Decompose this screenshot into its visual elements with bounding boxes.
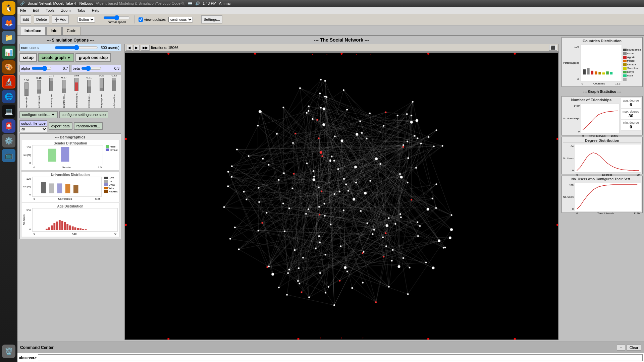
svg-rect-8: [48, 227, 50, 230]
gender-chart: Gender Distribpution 100 src.(%) 0: [21, 140, 119, 171]
vslider-interest-weight: 0.51 interest-wei...: [83, 76, 95, 108]
svg-rect-5: [65, 184, 70, 193]
dock-icon-network[interactable]: 🌐: [2, 90, 15, 103]
num-users-row: num-users 500 user(s): [19, 44, 121, 51]
keyboard-icon: ⌨️: [188, 1, 193, 6]
svg-rect-22: [85, 229, 87, 230]
dock-icon-trash[interactable]: 🗑️: [2, 345, 15, 358]
dock-icon-draw[interactable]: 🎨: [2, 60, 15, 74]
vslider-country-weight: 0.27 country-wei...: [58, 76, 70, 108]
univ-legend: UCT UP UWC Wits Rhodes: [104, 177, 118, 200]
observer-input[interactable]: [38, 354, 643, 361]
vslider-univ-weight: 0.75 university-wei...: [46, 74, 57, 108]
svg-rect-16: [69, 225, 71, 230]
toolbar: Edit Delete ➕ Add Button normal speed vi…: [17, 14, 644, 25]
svg-rect-0: [48, 149, 56, 162]
svg-rect-2: [41, 182, 46, 193]
dock-icon-browser[interactable]: 🦊: [2, 16, 15, 29]
output-file-type-select[interactable]: all: [19, 126, 47, 132]
svg-rect-7: [46, 229, 48, 230]
toolbar-separator2: [99, 15, 99, 23]
svg-rect-19: [77, 228, 79, 230]
svg-rect-21: [82, 229, 84, 230]
vslider-gender-weight: 0.15 gender-wei...: [33, 76, 45, 108]
minimize-cmd-button[interactable]: −: [617, 345, 625, 351]
edit-button[interactable]: Edit: [20, 15, 31, 23]
max-degree-box: max. degree 30: [621, 109, 641, 119]
svg-rect-3: [49, 183, 54, 193]
net-back-button[interactable]: ◀: [126, 45, 132, 51]
menubar: File Edit Tools Zoom Tabs Help: [17, 7, 644, 14]
svg-rect-6: [73, 185, 78, 193]
net-fwd-button[interactable]: ▶▶: [141, 45, 150, 51]
speed-label: normal speed: [108, 20, 126, 24]
svg-rect-4: [57, 183, 62, 193]
graph-step-button[interactable]: graph one step: [75, 53, 111, 62]
friendships-box: Number of Friendships 1450 No. Friendshi…: [561, 96, 643, 135]
menu-tools[interactable]: Tools: [45, 8, 56, 13]
beta-label: beta: [73, 66, 80, 70]
menu-file[interactable]: File: [19, 8, 28, 13]
svg-rect-24: [587, 68, 590, 74]
svg-rect-1: [61, 147, 69, 162]
degree-dist-svg: [575, 144, 641, 173]
menu-tabs[interactable]: Tabs: [76, 8, 87, 13]
dock-icon-settings[interactable]: ⚙️: [2, 134, 15, 147]
univ-svg: [32, 177, 102, 197]
menu-edit[interactable]: Edit: [32, 8, 41, 13]
setup-button[interactable]: setup: [19, 53, 37, 62]
menu-help[interactable]: Help: [91, 8, 101, 13]
export-data-button[interactable]: export data: [49, 122, 72, 130]
tab-info[interactable]: Info: [46, 27, 62, 35]
output-file-type-row: output-file-type all export data random-…: [19, 120, 121, 132]
random-settings-button[interactable]: random-setti...: [74, 122, 103, 130]
dock-icon-mail[interactable]: 📮: [2, 119, 15, 133]
tab-interface[interactable]: Interface: [20, 27, 46, 35]
speed-slider[interactable]: [103, 15, 130, 20]
users-config-svg: [575, 183, 641, 211]
output-file-type-label: output-file-type: [19, 120, 47, 126]
svg-rect-27: [598, 72, 601, 75]
dock-icon-system[interactable]: 🐧: [2, 1, 15, 15]
beta-slider[interactable]: [81, 66, 101, 71]
reset-button[interactable]: ⬛: [549, 45, 557, 51]
gender-chart-title: Gender Distribpution: [23, 141, 118, 145]
svg-rect-12: [59, 220, 61, 230]
num-users-slider[interactable]: [55, 45, 98, 50]
net-play-button[interactable]: ▶: [133, 45, 140, 51]
svg-rect-9: [51, 225, 53, 230]
delete-button[interactable]: Delete: [34, 15, 49, 23]
dock-icon-spreadsheet[interactable]: 📊: [2, 46, 15, 59]
configure-settings-button[interactable]: configure settin... ▼: [19, 111, 58, 118]
countries-distribution-box: Countries Distribution 100 Percentage(%)…: [561, 37, 643, 87]
tab-code[interactable]: Code: [62, 27, 81, 35]
view-updates-checkbox[interactable]: [139, 17, 143, 22]
configure-one-step-button[interactable]: configure settings one step: [59, 111, 108, 118]
num-users-value: 500 user(s): [99, 46, 119, 50]
svg-rect-11: [56, 222, 58, 230]
num-users-label: num-users: [21, 46, 53, 50]
dock-icon-terminal[interactable]: 💻: [2, 105, 15, 118]
network-title: --- The Social Network ---: [124, 37, 559, 43]
view-updates-label: view updates: [139, 17, 166, 22]
dock-icon-media[interactable]: 📺: [2, 149, 15, 162]
degree-stats-vals: avg. degree 6 max. degree 30 min. degree…: [621, 98, 641, 134]
clear-button[interactable]: Clear: [627, 345, 641, 351]
settings-button[interactable]: Settings...: [201, 15, 222, 23]
continuous-select[interactable]: continuous: [168, 17, 193, 22]
main-area: --- Simulation Options --- num-users 500…: [17, 36, 644, 342]
univ-chart-title: Universities Distribution: [23, 173, 118, 177]
add-button[interactable]: ➕ Add: [52, 15, 69, 23]
create-graph-button[interactable]: create graph ▼: [38, 53, 74, 62]
observer-bar: observer>: [17, 353, 644, 362]
dock-icon-netlogo[interactable]: 🔬: [2, 75, 15, 88]
friendships-svg: [581, 104, 620, 134]
network-panel: --- The Social Network --- ◀ ▶ ▶▶ Iterat…: [123, 36, 560, 342]
dock-icon-files[interactable]: 📁: [2, 31, 15, 44]
top-dots: ●●●●●: [312, 54, 371, 56]
friendships-x-max: 16400: [611, 134, 618, 137]
alpha-slider[interactable]: [32, 66, 52, 71]
button-type-select[interactable]: Button: [77, 17, 95, 22]
countries-svg: [580, 45, 622, 81]
menu-zoom[interactable]: Zoom: [60, 8, 72, 13]
